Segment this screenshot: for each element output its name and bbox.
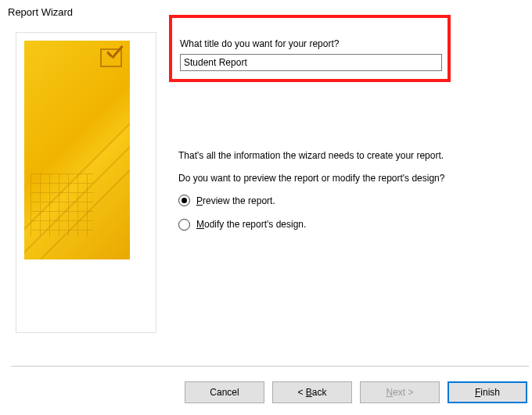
- wizard-form-area: What title do you want for your report? …: [156, 32, 516, 333]
- modify-design-radio[interactable]: Modify the report's design.: [178, 218, 483, 231]
- view-option-group: Preview the report. Modify the report's …: [178, 195, 483, 232]
- wizard-info-text: That's all the information the wizard ne…: [178, 149, 483, 231]
- preview-report-radio[interactable]: Preview the report.: [178, 195, 483, 208]
- radio-icon: [178, 195, 190, 206]
- back-button[interactable]: < Back: [272, 381, 352, 403]
- wizard-preview-panel: [16, 32, 156, 333]
- title-highlight-frame: What title do you want for your report?: [169, 15, 451, 82]
- info-line-2: Do you want to preview the report or mod…: [178, 172, 483, 185]
- wizard-banner-graphic: [24, 41, 130, 259]
- report-title-input[interactable]: [180, 54, 442, 71]
- finish-button[interactable]: Finish: [448, 381, 527, 403]
- info-line-1: That's all the information the wizard ne…: [178, 149, 483, 163]
- title-prompt-label: What title do you want for your report?: [180, 38, 440, 49]
- wizard-button-bar: Cancel < Back Next > Finish: [185, 381, 527, 403]
- cancel-button[interactable]: Cancel: [185, 381, 264, 403]
- next-button: Next >: [360, 381, 440, 403]
- preview-report-label: Preview the report.: [196, 195, 275, 208]
- modify-design-label: Modify the report's design.: [196, 218, 306, 231]
- separator: [11, 366, 529, 367]
- wizard-content: What title do you want for your report? …: [0, 24, 532, 333]
- checkmark-icon: [100, 48, 122, 67]
- radio-icon: [178, 219, 190, 231]
